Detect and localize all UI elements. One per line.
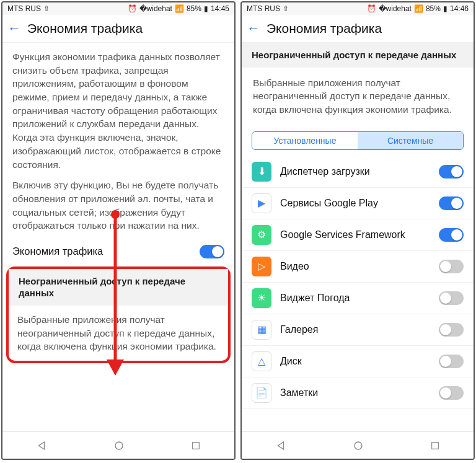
- svg-rect-1: [193, 442, 200, 449]
- notification-icon: ⇧: [43, 4, 50, 13]
- nav-back-icon[interactable]: [275, 440, 286, 451]
- app-toggle[interactable]: [439, 323, 464, 337]
- data-saver-toggle-row[interactable]: Экономия трафика: [2, 237, 234, 267]
- signal-icon: 📶: [414, 4, 423, 13]
- app-toggle[interactable]: [439, 355, 464, 368]
- data-saver-label: Экономия трафика: [12, 245, 200, 257]
- section-description: Выбранные приложения получат неограничен…: [9, 306, 228, 361]
- app-row[interactable]: ☀Виджет Погода: [242, 283, 474, 314]
- app-label: Google Services Framework: [280, 229, 439, 240]
- app-label: Виджет Погода: [280, 292, 439, 304]
- app-label: Сервисы Google Play: [280, 197, 439, 209]
- app-toggle[interactable]: [439, 196, 464, 210]
- app-label: Диск: [280, 355, 439, 367]
- svg-rect-6: [432, 442, 439, 449]
- section-header: Неограниченный доступ к передаче данных: [242, 43, 474, 68]
- description-2: Включив эту функцию, Вы не будете получа…: [2, 176, 234, 237]
- nav-recent-icon[interactable]: [191, 441, 201, 451]
- wifi-icon: �widehat: [139, 4, 172, 13]
- page-title: Экономия трафика: [267, 21, 382, 36]
- app-list: ⬇Диспетчер загрузки▶Сервисы Google Play⚙…: [242, 156, 474, 409]
- app-row[interactable]: ⬇Диспетчер загрузки: [242, 156, 474, 188]
- page-header: ← Экономия трафика: [2, 15, 234, 43]
- nav-recent-icon[interactable]: [430, 441, 440, 451]
- time-label: 14:46: [450, 4, 469, 13]
- svg-point-5: [355, 442, 362, 449]
- phone-left: MTS RUS ⇧ ⏰ �widehat 📶 85% ▮ 14:45 ← Эко…: [1, 1, 236, 460]
- status-bar: MTS RUS ⇧ ⏰ �widehat 📶 85% ▮ 14:46: [242, 2, 474, 15]
- section-description: Выбранные приложения получат неограничен…: [242, 68, 474, 125]
- app-toggle[interactable]: [439, 291, 464, 305]
- app-icon: ▶: [252, 193, 271, 213]
- app-label: Заметки: [280, 387, 439, 399]
- nav-bar: [2, 431, 234, 459]
- segment-system[interactable]: Системные: [358, 132, 463, 149]
- nav-home-icon[interactable]: [353, 440, 364, 451]
- app-icon: 📄: [252, 383, 271, 403]
- back-icon[interactable]: ←: [7, 22, 21, 35]
- carrier-label: MTS RUS: [7, 4, 41, 13]
- battery-icon: ▮: [204, 4, 208, 13]
- description-1: Функция экономии трафика данных позволяе…: [2, 43, 234, 176]
- highlighted-section: Неограниченный доступ к передаче данных …: [6, 267, 231, 363]
- battery-label: 85%: [187, 4, 201, 13]
- data-saver-toggle[interactable]: [200, 245, 224, 258]
- battery-icon: ▮: [443, 4, 447, 13]
- segment-control: Установленные Системные: [252, 131, 464, 150]
- app-toggle[interactable]: [439, 165, 464, 179]
- phone-right: MTS RUS ⇧ ⏰ �widehat 📶 85% ▮ 14:46 ← Эко…: [240, 1, 475, 460]
- time-label: 14:45: [211, 4, 229, 13]
- app-row[interactable]: ▶Сервисы Google Play: [242, 188, 474, 219]
- svg-point-0: [115, 442, 123, 449]
- app-row[interactable]: ▦Галерея: [242, 314, 474, 346]
- nav-bar: [242, 431, 474, 459]
- app-icon: △: [252, 351, 271, 371]
- app-label: Диспетчер загрузки: [280, 165, 439, 177]
- status-bar: MTS RUS ⇧ ⏰ �widehat 📶 85% ▮ 14:45: [2, 2, 234, 15]
- section-header[interactable]: Неограниченный доступ к передаче данных: [9, 269, 228, 306]
- app-icon: ⚙: [252, 225, 271, 245]
- wifi-icon: �widehat: [379, 4, 412, 13]
- app-toggle[interactable]: [439, 228, 464, 242]
- app-row[interactable]: △Диск: [242, 346, 474, 377]
- app-row[interactable]: ▷Видео: [242, 251, 474, 283]
- back-icon[interactable]: ←: [247, 22, 260, 35]
- app-label: Галерея: [280, 324, 439, 335]
- battery-label: 85%: [426, 4, 441, 13]
- app-icon: ▷: [252, 257, 271, 276]
- notification-icon: ⇧: [283, 4, 289, 13]
- app-row[interactable]: 📄Заметки: [242, 377, 474, 409]
- app-icon: ☀: [252, 288, 271, 308]
- app-icon: ⬇: [252, 162, 271, 182]
- nav-back-icon[interactable]: [36, 440, 47, 451]
- segment-installed[interactable]: Установленные: [252, 132, 358, 149]
- app-toggle[interactable]: [439, 260, 464, 273]
- alarm-icon: ⏰: [367, 4, 376, 13]
- app-row[interactable]: ⚙Google Services Framework: [242, 219, 474, 251]
- carrier-label: MTS RUS: [247, 4, 280, 13]
- app-icon: ▦: [252, 320, 271, 340]
- page-title: Экономия трафика: [27, 21, 143, 36]
- signal-icon: 📶: [175, 4, 184, 13]
- app-toggle[interactable]: [439, 386, 464, 400]
- nav-home-icon[interactable]: [113, 440, 125, 451]
- alarm-icon: ⏰: [128, 4, 137, 13]
- app-label: Видео: [280, 260, 439, 272]
- page-header: ← Экономия трафика: [242, 15, 474, 43]
